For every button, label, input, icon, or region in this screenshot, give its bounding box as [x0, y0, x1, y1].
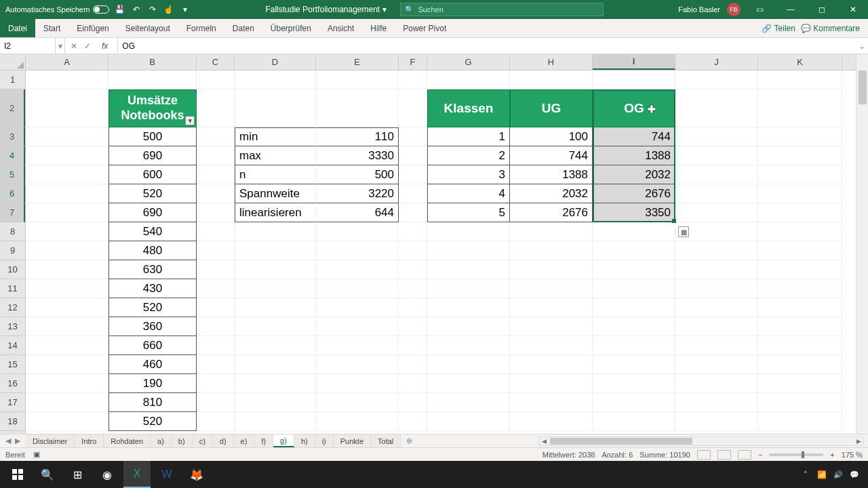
cell[interactable]: 520: [108, 412, 197, 431]
cell[interactable]: [235, 374, 316, 393]
user-avatar[interactable]: FB: [727, 3, 741, 16]
cell[interactable]: 3350: [593, 203, 675, 222]
row-head[interactable]: 9: [0, 241, 25, 260]
row-head[interactable]: 5: [0, 165, 25, 184]
cell[interactable]: [197, 203, 235, 222]
cell[interactable]: [675, 298, 758, 317]
col-head-H[interactable]: H: [510, 54, 593, 70]
cell[interactable]: [593, 222, 675, 241]
row-head[interactable]: 18: [0, 412, 25, 431]
cell[interactable]: [593, 374, 675, 393]
tab-ansicht[interactable]: Ansicht: [319, 19, 362, 37]
cell[interactable]: [399, 146, 427, 165]
tab-seitenlayout[interactable]: Seitenlayout: [117, 19, 178, 37]
tab-start[interactable]: Start: [35, 19, 68, 37]
sheet-nav-next-icon[interactable]: ▶: [15, 436, 20, 445]
cell[interactable]: [427, 412, 510, 431]
cell[interactable]: [758, 279, 842, 298]
cell[interactable]: [593, 355, 675, 374]
cell[interactable]: [427, 393, 510, 412]
cell[interactable]: [197, 70, 235, 89]
cell[interactable]: [197, 298, 235, 317]
cell[interactable]: [197, 393, 235, 412]
cell[interactable]: [235, 222, 316, 241]
cell[interactable]: [316, 298, 399, 317]
cell[interactable]: [235, 412, 316, 431]
tab-daten[interactable]: Daten: [224, 19, 262, 37]
tab-datei[interactable]: Datei: [0, 19, 35, 37]
cell[interactable]: [758, 184, 842, 203]
sheet-tab[interactable]: b): [172, 434, 193, 447]
row-head[interactable]: 8: [0, 222, 25, 241]
cell[interactable]: [399, 336, 427, 355]
cell[interactable]: [197, 89, 235, 127]
touch-mode-icon[interactable]: ☝: [163, 4, 174, 15]
cell[interactable]: [427, 298, 510, 317]
cell-header-og[interactable]: OG✚: [593, 89, 675, 127]
cell[interactable]: [427, 336, 510, 355]
row-head[interactable]: 1: [0, 70, 25, 89]
cell[interactable]: [399, 279, 427, 298]
cell[interactable]: Spannweite: [235, 184, 316, 203]
cell[interactable]: [316, 412, 399, 431]
cell[interactable]: [235, 336, 316, 355]
comments-button[interactable]: 💬 Kommentare: [801, 24, 860, 33]
filter-dropdown-icon[interactable]: ▾: [185, 116, 195, 125]
search-input[interactable]: 🔍 Suchen: [400, 3, 604, 16]
cell[interactable]: [197, 317, 235, 336]
cell[interactable]: [316, 393, 399, 412]
cell[interactable]: [316, 279, 399, 298]
cell[interactable]: 110: [316, 127, 399, 146]
cell[interactable]: [593, 393, 675, 412]
autofill-options-icon[interactable]: ▦: [678, 226, 689, 237]
cell[interactable]: 2032: [593, 165, 675, 184]
horizontal-scrollbar[interactable]: ◀ ▶: [538, 436, 864, 446]
cell[interactable]: min: [235, 127, 316, 146]
cell[interactable]: [235, 317, 316, 336]
redo-icon[interactable]: ↷: [147, 4, 158, 15]
cell[interactable]: [235, 355, 316, 374]
cell[interactable]: [427, 260, 510, 279]
cell[interactable]: [26, 317, 108, 336]
cell[interactable]: [758, 317, 842, 336]
cell[interactable]: [399, 165, 427, 184]
cell[interactable]: 2: [427, 146, 510, 165]
cell[interactable]: 1388: [593, 146, 675, 165]
cell[interactable]: [26, 298, 108, 317]
cell[interactable]: [510, 298, 593, 317]
cell[interactable]: [26, 374, 108, 393]
cell[interactable]: [510, 279, 593, 298]
hscroll-left-icon[interactable]: ◀: [539, 437, 549, 445]
cell[interactable]: 644: [316, 203, 399, 222]
cell[interactable]: [197, 355, 235, 374]
cell[interactable]: [758, 241, 842, 260]
close-icon[interactable]: ✕: [841, 0, 865, 19]
cell[interactable]: [399, 203, 427, 222]
sheet-tab[interactable]: Intro: [75, 434, 104, 447]
cell[interactable]: [316, 89, 399, 127]
cell[interactable]: 744: [510, 146, 593, 165]
cell[interactable]: [399, 317, 427, 336]
cell[interactable]: [26, 146, 108, 165]
ribbon-display-icon[interactable]: ▭: [747, 0, 772, 19]
cell[interactable]: [510, 393, 593, 412]
cell[interactable]: max: [235, 146, 316, 165]
cell[interactable]: [510, 412, 593, 431]
cell[interactable]: 690: [108, 203, 197, 222]
cell[interactable]: [316, 260, 399, 279]
row-head[interactable]: 16: [0, 374, 25, 393]
formula-input[interactable]: OG: [118, 41, 856, 51]
sheet-tab[interactable]: f): [254, 434, 273, 447]
cell[interactable]: 1388: [510, 165, 593, 184]
cell[interactable]: [758, 165, 842, 184]
row-head[interactable]: 11: [0, 279, 25, 298]
cell[interactable]: [197, 146, 235, 165]
cell[interactable]: [510, 260, 593, 279]
view-normal-icon[interactable]: [697, 450, 711, 460]
cell[interactable]: [197, 260, 235, 279]
cell[interactable]: [593, 279, 675, 298]
cell[interactable]: [26, 127, 108, 146]
cell[interactable]: [399, 70, 427, 89]
cell[interactable]: [427, 222, 510, 241]
row-head[interactable]: 6: [0, 184, 25, 203]
